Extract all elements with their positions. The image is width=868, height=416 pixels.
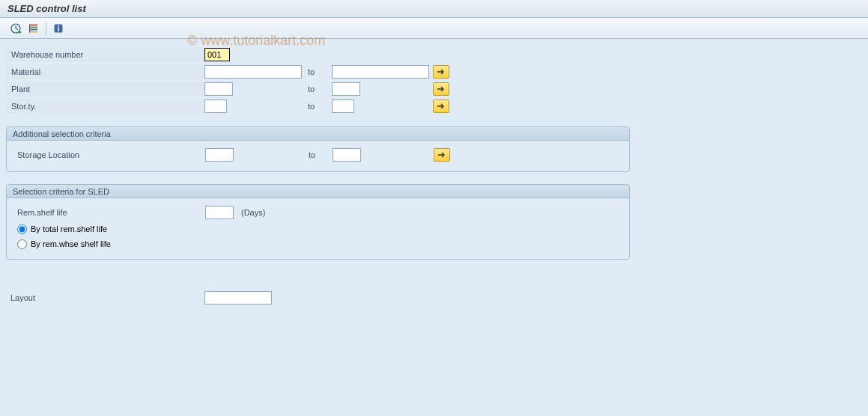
radio-whse-rem[interactable] [17, 239, 27, 249]
input-plant-from[interactable] [204, 82, 233, 96]
radio-total-label: By total rem.shelf life [31, 224, 107, 233]
radio-total-rem[interactable] [17, 224, 27, 234]
radio-whse-label: By rem.whse shelf life [31, 239, 111, 248]
arrow-right-icon [437, 151, 446, 159]
input-storty-from[interactable] [204, 100, 227, 113]
row-layout: Layout [6, 290, 862, 306]
execute-button[interactable] [7, 21, 24, 36]
input-plant-to[interactable] [332, 82, 360, 96]
arrow-right-icon [437, 103, 446, 110]
arrow-right-icon [437, 68, 446, 76]
label-layout: Layout [6, 290, 204, 305]
input-storloc-from[interactable] [205, 148, 234, 162]
label-storage-location: Storage Location [13, 147, 205, 162]
unit-days: (Days) [234, 208, 265, 217]
row-rem-shelf-life: Rem.shelf life (Days) [13, 204, 623, 221]
svg-rect-7 [31, 31, 37, 32]
info-icon [52, 22, 64, 34]
group-sled-title: Selection criteria for SLED [7, 185, 629, 198]
to-label-material: to [302, 67, 332, 76]
clock-execute-icon [10, 22, 22, 34]
label-material: Material [6, 64, 204, 79]
input-storloc-to[interactable] [333, 148, 361, 162]
multi-select-storty[interactable] [433, 100, 449, 113]
group-additional-title: Additional selection criteria [7, 127, 629, 141]
svg-rect-10 [58, 25, 59, 27]
svg-rect-6 [31, 28, 37, 30]
label-warehouse-number: Warehouse number [6, 47, 204, 62]
input-storty-to[interactable] [332, 100, 354, 113]
svg-rect-5 [31, 26, 37, 28]
row-warehouse-number: Warehouse number [6, 46, 862, 63]
radio-row-total: By total rem.shelf life [13, 221, 623, 236]
page-title: SLED control list [7, 3, 86, 14]
row-storage-location: Storage Location to [13, 147, 623, 163]
input-warehouse-number[interactable] [204, 48, 230, 61]
row-plant: Plant to [6, 81, 862, 97]
toolbar-separator [46, 22, 46, 35]
input-rem-shelf-life[interactable] [205, 206, 234, 219]
svg-line-2 [16, 28, 18, 30]
row-material: Material to [6, 64, 862, 80]
arrow-right-icon [437, 85, 446, 93]
row-stor-ty: Stor.ty. to [6, 98, 862, 114]
variant-list-icon [28, 22, 40, 34]
group-additional: Additional selection criteria Storage Lo… [6, 126, 630, 172]
group-sled: Selection criteria for SLED Rem.shelf li… [6, 184, 630, 260]
multi-select-plant[interactable] [433, 82, 449, 96]
title-bar: SLED control list [0, 0, 868, 18]
svg-rect-8 [29, 24, 31, 32]
toolbar [0, 18, 868, 39]
variant-button[interactable] [25, 21, 42, 36]
svg-rect-4 [31, 24, 37, 25]
radio-row-whse: By rem.whse shelf life [13, 236, 623, 251]
label-stor-ty: Stor.ty. [6, 99, 204, 114]
input-material-to[interactable] [332, 65, 429, 79]
multi-select-storloc[interactable] [434, 148, 450, 162]
info-button[interactable] [50, 21, 67, 36]
svg-marker-3 [19, 31, 22, 34]
label-rem-shelf-life: Rem.shelf life [13, 205, 205, 220]
to-label-storloc: to [303, 150, 333, 159]
svg-rect-11 [58, 27, 59, 31]
to-label-storty: to [302, 102, 332, 111]
content-area: Warehouse number Material to Plant to St… [0, 39, 868, 314]
input-material-from[interactable] [204, 65, 302, 79]
input-layout[interactable] [204, 291, 272, 305]
to-label-plant: to [302, 85, 332, 94]
label-plant: Plant [6, 82, 204, 97]
multi-select-material[interactable] [433, 65, 449, 79]
